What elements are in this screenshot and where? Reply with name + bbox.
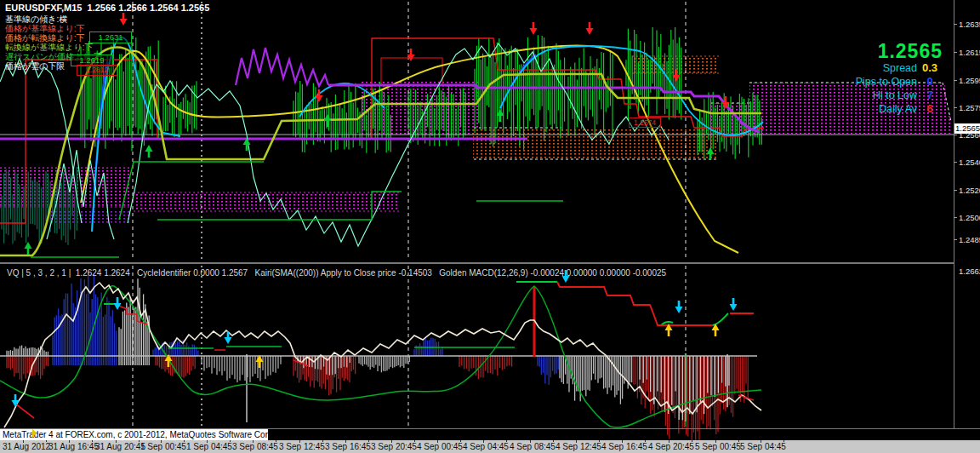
quote-row: Daily Av6: [856, 102, 943, 116]
time-tick: [692, 440, 692, 442]
time-axis-label: 4 Sep 08:45: [510, 442, 556, 451]
ichimoku-status-line: 価格が転換線より:下: [5, 33, 102, 43]
time-tick: [599, 440, 600, 442]
price-axis-label: 1.2635: [959, 20, 980, 29]
time-tick: [645, 440, 646, 442]
violet-zigzag-line: [236, 48, 328, 86]
price-axis[interactable]: 1.2565 1.2662 1.26351.26151.25951.25751.…: [954, 0, 980, 428]
time-tick: [530, 440, 531, 443]
time-tick: [46, 440, 47, 442]
time-tick: [715, 440, 716, 443]
price-axis-label: 1.2485: [959, 235, 980, 244]
signal-green-segments: [168, 347, 515, 348]
cycle-step-red: [557, 282, 754, 325]
cycle-up-arrow-icon: [256, 355, 264, 368]
time-tick: [506, 440, 507, 442]
time-tick: [391, 440, 392, 443]
time-axis-label: 4 Sep 20:45: [648, 442, 694, 451]
ichimoku-status-line: 転換線が基準線より:下: [5, 43, 102, 52]
time-axis-label: 5 Sep 04:45: [740, 442, 786, 451]
axis-tick: [954, 162, 957, 163]
axis-tick: [954, 24, 957, 25]
alert-price-flag: 1.2574: [629, 118, 661, 128]
price-flag: 1.2631: [89, 32, 132, 43]
time-axis-label: 4 Sep 00:45: [417, 442, 463, 451]
price-axis-label: 1.2560: [959, 130, 980, 140]
price-axis-label: 1.2595: [959, 76, 980, 85]
sell-signal-arrow-icon: [586, 22, 594, 35]
time-tick: [345, 440, 346, 443]
price-axis-label: 1.2520: [959, 186, 980, 195]
status-bar: MetaTrader 4 at FOREX.com, c 2001-2012, …: [0, 429, 268, 440]
time-tick: [69, 440, 70, 443]
time-axis-label: 31 Aug 2012: [3, 442, 50, 451]
time-tick: [437, 440, 438, 443]
time-axis-label: 3 Sep 12:45: [279, 442, 325, 451]
time-tick: [460, 440, 461, 442]
cycle-down-arrow-icon: [225, 331, 232, 344]
current-price-display: 1.2565: [856, 41, 943, 61]
alert-price-flag: 1.2612: [77, 65, 117, 76]
oscillator-panel-drawings: [0, 271, 761, 446]
quote-overlay: 1.2565 Spread0.3Pips to Open0Hi to Low7D…: [856, 41, 943, 116]
time-tick: [139, 440, 140, 442]
axis-tick: [954, 52, 957, 53]
time-tick: [230, 440, 231, 442]
quote-row-label: Pips to Open: [856, 76, 917, 88]
ichimoku-status-line: 基準線の傾き:横: [5, 14, 102, 24]
cycle-down-arrow-icon: [675, 301, 683, 313]
axis-tick: [954, 190, 957, 191]
axis-tick: [954, 107, 957, 108]
time-axis-label: 5 Sep 00:45: [695, 442, 741, 451]
time-tick: [92, 440, 93, 442]
symbol-title: EURUSDFXF,M15 1.2566 1.2566 1.2564 1.256…: [5, 3, 209, 13]
time-tick: [783, 440, 784, 442]
price-axis-label: 1.2540: [959, 158, 980, 167]
quote-row-value: 7: [917, 89, 943, 101]
time-tick: [576, 440, 577, 443]
time-axis-label: 3 Sep 16:45: [325, 442, 371, 451]
time-tick: [23, 440, 24, 443]
time-axis-label: 4 Sep 04:45: [463, 442, 509, 451]
cycle-down-arrow-icon: [114, 297, 122, 310]
price-axis-label: 1.2575: [959, 103, 980, 112]
quote-row: Hi to Low7: [856, 89, 943, 102]
time-axis-label: 4 Sep 16:45: [601, 442, 647, 451]
quote-row-value: 6: [917, 102, 943, 115]
price-axis-label: 1.2500: [959, 213, 980, 222]
chart-canvas[interactable]: [0, 0, 980, 453]
time-tick: [253, 440, 254, 443]
time-tick: [161, 440, 162, 443]
time-axis-label: 31 Aug 20:45: [95, 442, 145, 451]
time-axis-label: 1 Sep 04:45: [186, 442, 232, 451]
time-tick: [368, 440, 369, 442]
time-tick: [299, 440, 300, 443]
indicator-scale-label: 1.2662: [959, 267, 980, 276]
quote-row: Spread0.3: [856, 61, 943, 75]
time-tick: [761, 440, 761, 443]
quote-row: Pips to Open0: [856, 75, 943, 89]
time-tick: [276, 440, 276, 442]
time-tick: [738, 440, 739, 442]
axis-tick: [954, 80, 957, 81]
period-separators: [133, 2, 686, 427]
quote-row-value: 0: [917, 75, 943, 88]
quote-row-label: Daily Av: [879, 103, 917, 115]
time-tick: [622, 440, 623, 443]
price-axis-label: 1.2615: [959, 48, 980, 57]
time-axis-label: 3 Sep 20:45: [371, 442, 417, 451]
time-axis-label: 1 Sep 00:45: [140, 442, 186, 451]
panel-divider[interactable]: [0, 262, 954, 264]
indicator-header: VQ | 5 , 3 , 2 , 1 | 1.2624 1.2624 Cycle…: [7, 268, 666, 278]
time-tick: [483, 440, 484, 443]
cycle-step-green: [104, 282, 728, 325]
time-axis[interactable]: 31 Aug 201231 Aug 16:4531 Aug 20:451 Sep…: [0, 440, 980, 453]
time-tick: [184, 440, 185, 442]
axis-tick: [954, 217, 957, 218]
time-tick: [116, 440, 117, 443]
quote-row-label: Hi to Low: [873, 89, 917, 101]
time-tick: [553, 440, 554, 442]
time-tick: [322, 440, 323, 442]
time-axis-label: 3 Sep 08:45: [232, 442, 278, 451]
sell-signal-arrow-icon: [530, 22, 538, 35]
